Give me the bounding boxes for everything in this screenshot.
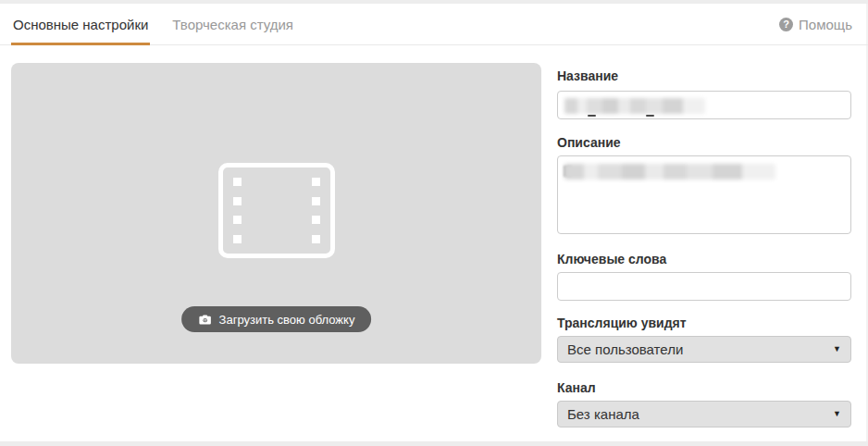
- visibility-selected-value: Все пользователи: [567, 341, 683, 357]
- page-edge-bottom: [0, 441, 868, 446]
- film-strip-icon: [218, 163, 335, 258]
- redacted-description-value: [564, 164, 775, 180]
- help-label: Помощь: [799, 17, 852, 32]
- redacted-underscore: [646, 115, 654, 117]
- description-label: Описание: [557, 135, 621, 150]
- tab-bar: Основные настройки Творческая студия ? П…: [0, 4, 868, 45]
- camera-icon: [198, 313, 212, 327]
- keywords-input[interactable]: [557, 272, 851, 301]
- visibility-select[interactable]: Все пользователи ▼: [557, 336, 851, 363]
- title-input[interactable]: [557, 91, 851, 119]
- chevron-down-icon: ▼: [833, 410, 841, 418]
- description-textarea[interactable]: [557, 155, 851, 234]
- film-perforations-right: [312, 178, 320, 243]
- upload-cover-label: Загрузить свою обложку: [219, 313, 355, 327]
- visibility-label: Трансляцию увидят: [557, 316, 687, 330]
- redacted-title-value: [564, 98, 705, 114]
- tab-basic-settings[interactable]: Основные настройки: [11, 4, 150, 44]
- channel-select[interactable]: Без канала ▼: [557, 401, 851, 427]
- title-label: Название: [557, 68, 618, 83]
- channel-selected-value: Без канала: [567, 406, 639, 422]
- tab-creative-studio[interactable]: Творческая студия: [170, 4, 295, 44]
- channel-label: Канал: [557, 380, 596, 395]
- upload-cover-button[interactable]: Загрузить свою обложку: [181, 306, 372, 332]
- tab-creative-studio-label: Творческая студия: [172, 17, 293, 32]
- help-button[interactable]: ? Помощь: [779, 4, 852, 44]
- film-perforations-left: [233, 178, 242, 243]
- keywords-label: Ключевые слова: [557, 252, 666, 266]
- question-mark-icon: ?: [779, 18, 793, 31]
- redacted-underscore: [588, 115, 596, 117]
- chevron-down-icon: ▼: [833, 345, 841, 353]
- cover-preview-panel: Загрузить свою обложку: [11, 63, 541, 364]
- tab-basic-settings-label: Основные настройки: [13, 17, 148, 32]
